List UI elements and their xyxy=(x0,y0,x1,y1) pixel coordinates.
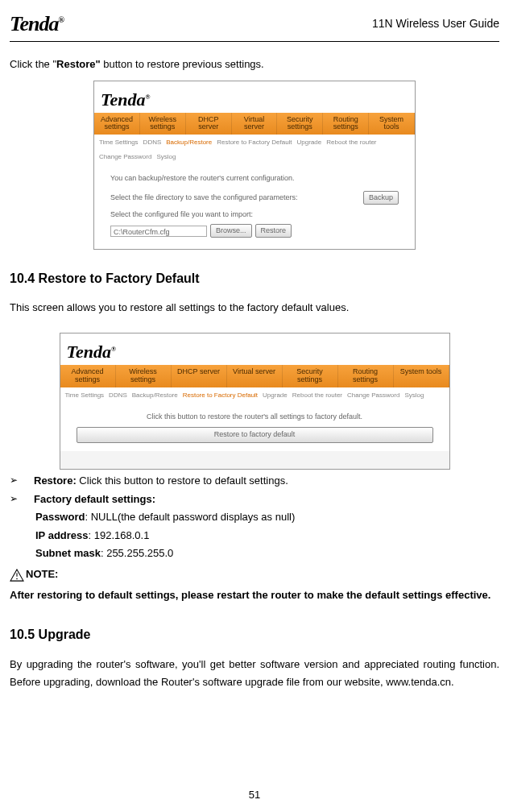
subtab2-syslog: Syslog xyxy=(404,391,424,400)
subtab-time: Time Settings xyxy=(99,138,139,147)
shot1-nav-tabs: Advanced settings Wireless settings DHCP… xyxy=(94,113,415,135)
subtab2-backup: Backup/Restore xyxy=(132,391,178,400)
subtab2-upgrade: Upgrade xyxy=(263,391,288,400)
tab-advanced: Advanced settings xyxy=(94,113,140,135)
shot1-sub-tabs: Time Settings DDNS Backup/Restore Restor… xyxy=(94,135,415,165)
tab2-dhcp: DHCP server xyxy=(172,365,227,387)
shot2-header: Tenda® xyxy=(60,334,449,365)
intro-paragraph: Click the "Restore" button to restore pr… xyxy=(10,56,499,72)
tab-routing: Routing settings xyxy=(323,113,369,135)
section-10-4-heading: 10.4 Restore to Factory Default xyxy=(10,269,499,288)
subtab2-factory: Restore to Factory Default xyxy=(183,391,258,400)
sub-ip: IP address: 192.168.0.1 xyxy=(35,528,499,544)
shot2-nav-tabs: Advanced settings Wireless settings DHCP… xyxy=(60,365,449,387)
subtab-factory: Restore to Factory Default xyxy=(217,138,292,147)
shot1-line3: Select the configured file you want to i… xyxy=(110,209,399,221)
subtab-password: Change Password xyxy=(99,152,151,162)
note-row: NOTE: xyxy=(10,566,499,582)
shot1-body: You can backup/restore the router's curr… xyxy=(94,165,415,249)
note-label: NOTE: xyxy=(26,566,58,582)
bullet-arrow-icon: ➢ xyxy=(10,491,19,506)
intro-prefix: Click the " xyxy=(10,58,56,70)
tab-system: System tools xyxy=(369,113,415,135)
subtab2-reboot: Reboot the router xyxy=(292,391,342,400)
bullet-arrow-icon: ➢ xyxy=(10,473,19,487)
guide-title-suffix: User Guide xyxy=(442,17,499,30)
svg-point-2 xyxy=(16,578,18,580)
shot1-backup-row: Select the file directory to save the co… xyxy=(110,191,399,205)
intro-suffix: button to restore previous settings. xyxy=(101,58,264,70)
sub-password: Password: NULL(the default password disp… xyxy=(35,509,499,525)
tab-virtual: Virtual server xyxy=(232,113,278,135)
tab2-security: Security settings xyxy=(283,365,338,387)
bullet-restore: ➢ Restore: Click this button to restore … xyxy=(10,473,499,489)
screenshot-factory-default: Tenda® Advanced settings Wireless settin… xyxy=(60,333,450,470)
subtab-ddns: DDNS xyxy=(143,138,162,147)
bullet-factory-defaults: ➢ Factory default settings: xyxy=(10,491,499,508)
subtab2-time: Time Settings xyxy=(65,391,105,400)
file-path-input: C:\RouterCfm.cfg xyxy=(110,226,207,237)
page-number: 51 xyxy=(249,787,260,803)
tab2-advanced: Advanced settings xyxy=(60,365,116,387)
subtab2-password: Change Password xyxy=(347,391,399,400)
note-body: After restoring to default settings, ple… xyxy=(10,586,499,604)
tab2-system: System tools xyxy=(394,365,449,387)
tab-security: Security settings xyxy=(277,113,323,135)
shot1-line1: You can backup/restore the router's curr… xyxy=(110,173,399,184)
section-10-5-heading: 10.5 Upgrade xyxy=(10,625,499,644)
page-header: Tenda® 11N Wireless User Guide xyxy=(10,8,499,42)
bullet-restore-text: Restore: Click this button to restore to… xyxy=(34,473,499,489)
section-10-4-para: This screen allows you to restore all se… xyxy=(10,300,499,316)
shot2-line: Click this button to restore the router'… xyxy=(77,412,433,423)
backup-button: Backup xyxy=(363,191,399,205)
restore-button: Restore xyxy=(255,224,292,238)
subtab-reboot: Reboot the router xyxy=(326,138,376,147)
restore-factory-button: Restore to factory default xyxy=(77,427,433,443)
subtab-syslog: Syslog xyxy=(156,152,176,162)
shot1-line2: Select the file directory to save the co… xyxy=(110,193,360,204)
warning-icon xyxy=(10,569,24,582)
screenshot-backup-restore: Tenda® Advanced settings Wireless settin… xyxy=(93,81,416,250)
guide-title-prefix: 11N Wireless xyxy=(372,17,442,30)
section-10-5-para: By upgrading the router's software, you'… xyxy=(10,656,499,691)
subtab2-ddns: DDNS xyxy=(109,391,127,400)
logo-text: Tenda xyxy=(10,12,59,35)
subtab-upgrade: Upgrade xyxy=(297,138,322,147)
intro-bold: Restore" xyxy=(56,58,101,70)
sub-subnet: Subnet mask: 255.255.255.0 xyxy=(35,545,499,561)
shot2-body: Click this button to restore the router'… xyxy=(60,404,449,451)
tab-dhcp: DHCP server xyxy=(186,113,232,135)
tab-wireless: Wireless settings xyxy=(140,113,186,135)
tab2-virtual: Virtual server xyxy=(227,365,283,387)
bullet-factory-text: Factory default settings: xyxy=(34,491,499,508)
shot2-logo: Tenda® xyxy=(67,338,443,365)
shot1-header: Tenda® xyxy=(94,81,415,113)
tenda-logo: Tenda® xyxy=(10,8,64,39)
shot1-import-row: C:\RouterCfm.cfg Browse... Restore xyxy=(110,224,399,238)
shot2-sub-tabs: Time Settings DDNS Backup/Restore Restor… xyxy=(60,387,449,404)
subtab-backup-restore: Backup/Restore xyxy=(166,138,212,147)
shot1-logo: Tenda® xyxy=(101,86,408,113)
tab2-routing: Routing settings xyxy=(338,365,394,387)
guide-title: 11N Wireless User Guide xyxy=(372,15,499,32)
logo-registered: ® xyxy=(59,15,64,24)
browse-button: Browse... xyxy=(210,224,252,238)
tab2-wireless: Wireless settings xyxy=(116,365,172,387)
